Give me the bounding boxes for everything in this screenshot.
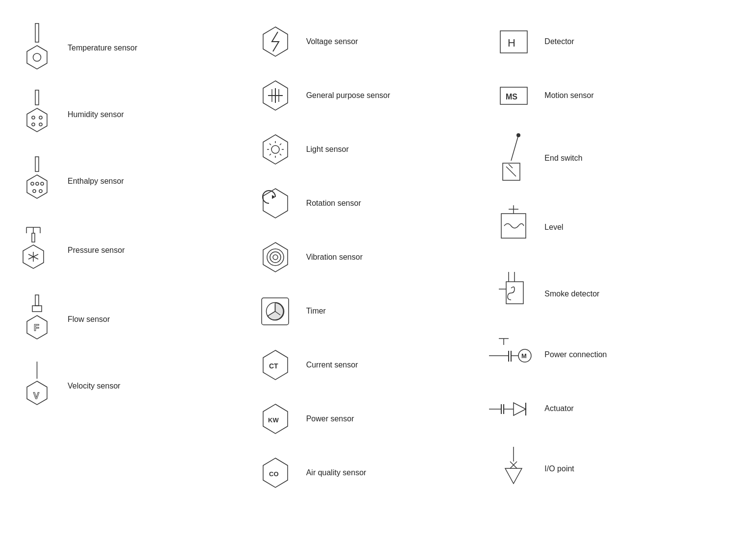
pressure-label: Pressure sensor	[68, 246, 125, 255]
page: Temperature sensor Humidity sensor	[0, 0, 735, 517]
rotation-symbol	[253, 186, 297, 220]
svg-rect-79	[506, 282, 523, 304]
motion-label: Motion sensor	[544, 91, 594, 100]
enthalpy-sensor-row: Enthalpy sensor	[10, 148, 248, 215]
humidity-sensor-row: Humidity sensor	[10, 81, 248, 148]
enthalpy-symbol	[15, 157, 59, 206]
svg-point-12	[36, 182, 39, 185]
level-row: Level	[487, 194, 725, 261]
temperature-symbol	[15, 24, 59, 73]
svg-rect-3	[35, 90, 39, 105]
endswitch-symbol	[491, 131, 536, 185]
actuator-row: Actuator	[487, 382, 725, 436]
powerconnection-label: Power connection	[544, 350, 607, 359]
svg-rect-25	[35, 295, 39, 306]
velocity-sensor-row: V Velocity sensor	[10, 353, 248, 419]
voltage-sensor-row: Voltage sensor	[248, 15, 487, 69]
enthalpy-label: Enthalpy sensor	[68, 177, 124, 186]
svg-line-46	[280, 144, 281, 145]
iopoint-symbol	[491, 444, 536, 493]
svg-marker-4	[27, 108, 47, 132]
current-symbol: CT	[253, 348, 297, 382]
svg-marker-38	[263, 135, 288, 164]
svg-point-52	[270, 252, 281, 263]
smokedetector-label: Smoke detector	[544, 290, 599, 298]
airquality-sensor-row: CO Air quality sensor	[248, 446, 487, 500]
column-2: H Detector MS Motion sensor	[487, 15, 725, 502]
detector-label: Detector	[544, 37, 574, 46]
svg-text:M: M	[521, 352, 527, 360]
svg-line-69	[511, 135, 518, 161]
svg-point-39	[271, 146, 279, 153]
flow-label: Flow sensor	[68, 315, 110, 324]
svg-point-2	[33, 53, 41, 61]
smokedetector-symbol	[491, 269, 536, 318]
timer-label: Timer	[306, 307, 326, 316]
svg-rect-75	[501, 214, 526, 238]
svg-point-6	[39, 116, 42, 119]
velocity-symbol: V	[15, 362, 59, 411]
general-symbol	[253, 78, 297, 113]
svg-marker-1	[27, 46, 47, 69]
svg-point-5	[32, 116, 35, 119]
pressure-sensor-row: Pressure sensor	[10, 215, 248, 286]
svg-point-13	[41, 182, 44, 185]
iopoint-label: I/O point	[544, 464, 574, 473]
svg-marker-10	[27, 175, 47, 198]
light-sensor-row: Light sensor	[248, 122, 487, 176]
humidity-symbol	[15, 90, 59, 139]
vibration-sensor-row: Vibration sensor	[248, 230, 487, 284]
flow-sensor-row: F Flow sensor	[10, 286, 248, 353]
svg-line-72	[509, 164, 513, 168]
vibration-label: Vibration sensor	[306, 253, 363, 262]
column-0: Temperature sensor Humidity sensor	[10, 15, 248, 502]
level-label: Level	[544, 223, 563, 232]
powerconnection-row: M Power connection	[487, 327, 725, 382]
general-label: General purpose sensor	[306, 91, 391, 100]
svg-point-7	[32, 123, 35, 126]
svg-line-47	[270, 154, 271, 155]
svg-text:CT: CT	[269, 362, 278, 370]
flow-symbol: F	[15, 295, 59, 344]
smokedetector-row: Smoke detector	[487, 261, 725, 327]
svg-point-14	[33, 190, 36, 193]
velocity-label: Velocity sensor	[68, 382, 121, 390]
iopoint-row: I/O point	[487, 436, 725, 502]
general-sensor-row: General purpose sensor	[248, 69, 487, 122]
light-symbol	[253, 132, 297, 167]
motion-symbol: MS	[491, 80, 536, 112]
svg-rect-20	[32, 233, 35, 242]
svg-rect-9	[35, 157, 39, 171]
actuator-symbol	[491, 395, 536, 422]
svg-text:F: F	[34, 323, 39, 333]
voltage-label: Voltage sensor	[306, 37, 358, 46]
temperature-sensor-row: Temperature sensor	[10, 15, 248, 81]
svg-line-71	[506, 167, 516, 176]
endswitch-label: End switch	[544, 154, 582, 163]
endswitch-row: End switch	[487, 122, 725, 194]
motion-sensor-row: MS Motion sensor	[487, 69, 725, 122]
svg-point-8	[39, 123, 42, 126]
airquality-label: Air quality sensor	[306, 468, 367, 477]
svg-text:V: V	[33, 391, 39, 401]
temperature-label: Temperature sensor	[68, 44, 137, 52]
svg-text:CO: CO	[269, 470, 279, 478]
svg-text:KW: KW	[268, 416, 279, 424]
timer-row: Timer	[248, 284, 487, 338]
vibration-symbol	[253, 240, 297, 274]
svg-marker-92	[514, 403, 526, 415]
voltage-symbol	[253, 24, 297, 59]
power-sensor-row: KW Power sensor	[248, 392, 487, 446]
svg-point-53	[267, 249, 284, 266]
power-label: Power sensor	[306, 414, 354, 423]
level-symbol	[491, 203, 536, 252]
rotation-sensor-row: Rotation sensor	[248, 176, 487, 230]
light-label: Light sensor	[306, 145, 349, 154]
svg-point-15	[39, 190, 42, 193]
svg-rect-0	[35, 24, 39, 42]
airquality-symbol: CO	[253, 456, 297, 490]
svg-text:H: H	[508, 37, 515, 49]
svg-point-11	[31, 182, 34, 185]
current-label: Current sensor	[306, 361, 358, 369]
current-sensor-row: CT Current sensor	[248, 338, 487, 392]
